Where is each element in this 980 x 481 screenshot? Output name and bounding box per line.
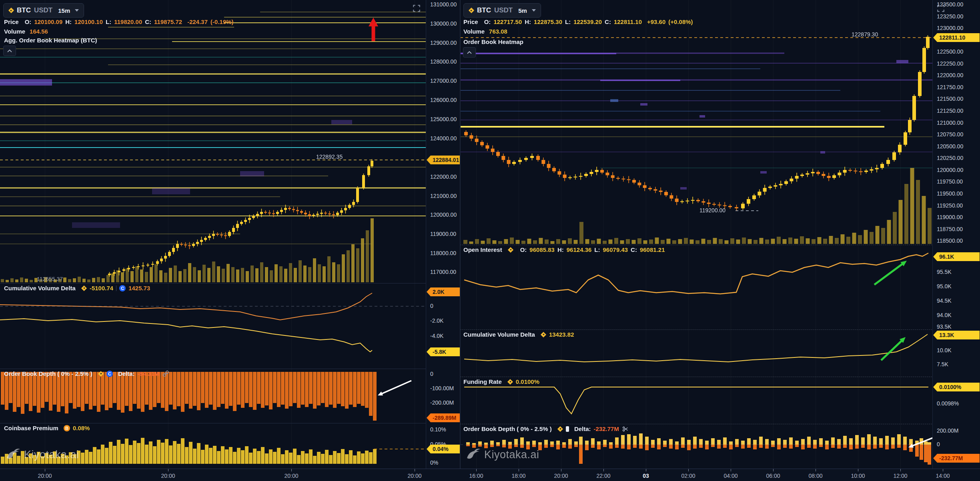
time-tick xyxy=(45,469,45,471)
fullscreen-button-left[interactable] xyxy=(411,3,422,14)
interval-label: 5m xyxy=(518,7,527,14)
watermark-text: Kiyotaka.ai xyxy=(484,449,539,461)
oi-close-value: 96081.21 xyxy=(640,246,665,253)
axis-tick: 0% xyxy=(430,459,438,467)
binance-icon xyxy=(558,426,563,431)
high-label: H: xyxy=(525,18,531,25)
cvd-binance-value: -5100.74 xyxy=(90,285,113,291)
time-label: 22:00 xyxy=(591,473,616,479)
axis-tick: 0.10% xyxy=(430,426,446,433)
axis-tick: 200.00M xyxy=(937,427,958,435)
symbol-selector-right[interactable]: BTC USDT 5m xyxy=(463,3,541,18)
cvd-header-left: Cumulative Volume Delta -5100.74 C 1425.… xyxy=(4,285,150,291)
price-marker: 122892.35 xyxy=(316,154,343,160)
axis-tick: 0 xyxy=(937,441,940,448)
time-label: 10:00 xyxy=(845,473,871,479)
time-label: 08:00 xyxy=(803,473,828,479)
funding-value: 0.0100% xyxy=(516,378,539,385)
axis-badge: 0.04% xyxy=(427,445,460,453)
axis-tick: 128000.00 xyxy=(430,58,457,66)
axis-tick: 119250.00 xyxy=(937,202,963,210)
oi-high-label: H: xyxy=(557,246,564,253)
cvd-title: Cumulative Volume Delta xyxy=(463,331,535,338)
low-label: L: xyxy=(106,18,111,25)
high-label: H: xyxy=(65,18,72,25)
time-label: 12:00 xyxy=(888,473,913,479)
heatmap-title-right: Order Book Heatmap xyxy=(463,38,523,45)
axis-badge: 122811.10 xyxy=(933,33,980,42)
axis-tick: 130000.00 xyxy=(430,20,457,28)
price-label: Price xyxy=(4,18,19,25)
low-value: 119820.00 xyxy=(114,18,142,25)
oi-header: Open Interest O: 96085.83 H: 96124.36 L:… xyxy=(463,246,665,253)
symbol-base: BTC xyxy=(477,6,491,14)
axis-tick: 122250.00 xyxy=(937,60,963,68)
bird-logo-icon xyxy=(6,448,21,461)
funding-title: Funding Rate xyxy=(463,378,502,385)
collapse-button-right[interactable] xyxy=(463,47,476,58)
chart-canvas[interactable] xyxy=(0,0,980,481)
axis-tick: 126000.00 xyxy=(430,97,457,104)
time-label: 02:00 xyxy=(675,473,701,479)
axis-tick: 125000.00 xyxy=(430,116,457,123)
time-label: 20:00 xyxy=(548,473,574,479)
volume-value: 164.56 xyxy=(30,28,48,35)
link-icon[interactable] xyxy=(162,370,169,377)
panel-separator xyxy=(0,423,460,423)
delta-label: Delta: xyxy=(574,425,591,432)
fullscreen-button-right[interactable] xyxy=(936,3,946,14)
symbol-selector-left[interactable]: BTC USDT 15m xyxy=(3,3,84,18)
axis-tick: -4.0K xyxy=(430,333,443,340)
price-marker: 122879.30 xyxy=(852,31,878,38)
cvd-value: 13423.82 xyxy=(549,331,574,338)
time-label: 14:00 xyxy=(930,473,956,479)
close-value: 122811.10 xyxy=(614,18,642,25)
bitcoin-icon: B xyxy=(64,425,70,431)
price-marker: 119200.00 xyxy=(699,207,725,214)
volume-row-right: Volume 763.08 xyxy=(463,28,507,35)
collapse-button-left[interactable] xyxy=(3,46,16,56)
axis-tick: 7.5K xyxy=(937,361,948,368)
right-price-axis[interactable]: 123500.00123250.00123000.00122500.001222… xyxy=(932,0,980,469)
oi-open-value: 96085.83 xyxy=(529,246,555,253)
time-tick xyxy=(603,469,604,471)
obd-title: Order Book Depth ( 0% - 2.5% ) xyxy=(463,425,552,432)
time-tick xyxy=(519,469,519,471)
axis-tick: 120500.00 xyxy=(937,143,963,150)
scissors-icon[interactable] xyxy=(622,426,629,432)
time-label: 16:00 xyxy=(463,473,489,479)
open-value: 120100.09 xyxy=(34,18,62,25)
price-label: Price xyxy=(463,18,478,25)
open-label: O: xyxy=(484,18,491,25)
time-tick xyxy=(646,469,646,471)
axis-tick: 0 xyxy=(430,303,433,310)
panel-divider xyxy=(460,0,461,481)
time-tick xyxy=(415,469,415,471)
symbol-quote: USDT xyxy=(494,6,513,14)
price-marker: 112655.37 xyxy=(37,276,63,282)
time-tick xyxy=(773,469,774,471)
chevron-up-icon xyxy=(7,49,12,53)
volume-value: 763.08 xyxy=(489,28,507,35)
axis-tick: 121750.00 xyxy=(937,84,963,91)
low-value: 122539.20 xyxy=(573,18,602,25)
time-axis[interactable]: 20:0020:0020:0020:0016:0018:0020:0022:00… xyxy=(0,469,980,481)
axis-tick: 10.0K xyxy=(937,347,952,354)
close-label: C: xyxy=(145,18,151,25)
time-label: 20:00 xyxy=(32,473,58,479)
fullscreen-icon xyxy=(937,4,945,12)
interval-label: 15m xyxy=(58,7,70,14)
cvd-header-right: Cumulative Volume Delta 13423.82 xyxy=(463,331,574,338)
funding-header: Funding Rate 0.0100% xyxy=(463,378,539,385)
close-value: 119875.72 xyxy=(154,18,182,25)
axis-tick: 95.5K xyxy=(937,269,952,276)
axis-tick: -100.00M xyxy=(430,385,454,392)
axis-badge: -232.77M xyxy=(933,454,980,463)
axis-badge: -5.8K xyxy=(427,347,460,356)
axis-tick: 119750.00 xyxy=(937,178,963,186)
time-tick xyxy=(731,469,731,471)
axis-tick: 123000.00 xyxy=(937,25,963,32)
axis-badge: -289.89M xyxy=(427,413,460,422)
close-label: C: xyxy=(605,18,611,25)
left-price-axis[interactable]: 131000.00130000.00129000.00128000.001270… xyxy=(426,0,461,469)
